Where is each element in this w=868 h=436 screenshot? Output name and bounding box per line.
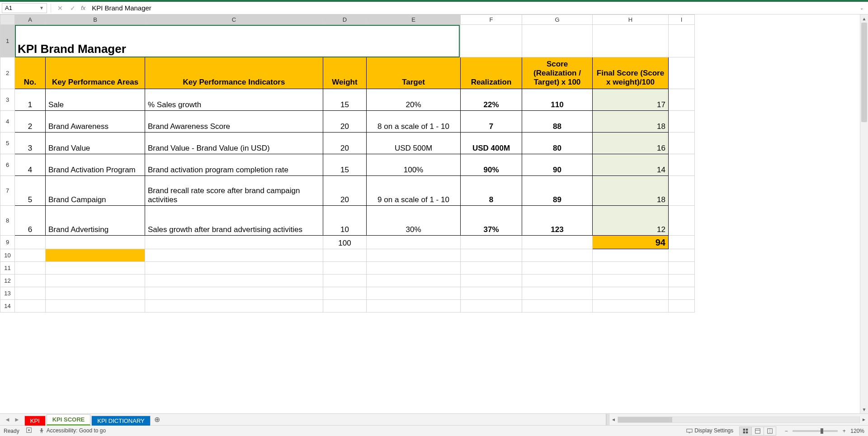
cell-final[interactable]: 14	[593, 154, 669, 176]
cell-G1[interactable]	[522, 25, 593, 57]
accessibility-status[interactable]: Accessibility: Good to go	[38, 427, 106, 434]
cell-target[interactable]: USD 500M	[367, 133, 461, 154]
cell-F14[interactable]	[461, 300, 522, 313]
cell-I10[interactable]	[669, 249, 695, 262]
scroll-track[interactable]	[860, 23, 868, 405]
hscroll-thumb[interactable]	[618, 417, 672, 422]
row-header-2[interactable]: 2	[0, 57, 15, 89]
row-header-12[interactable]: 12	[0, 275, 15, 287]
cell-score[interactable]: 123	[522, 206, 593, 236]
row-header-3[interactable]: 3	[0, 89, 15, 111]
cell-kpi[interactable]: Brand Awareness Score	[145, 111, 323, 133]
cell-A11[interactable]	[15, 262, 46, 275]
zoom-in-button[interactable]: +	[840, 428, 848, 434]
col-header-G[interactable]: G	[522, 15, 593, 25]
row-header-9[interactable]: 9	[0, 236, 15, 249]
cell-realization[interactable]: 37%	[461, 206, 522, 236]
cell-no[interactable]: 4	[15, 154, 46, 176]
cell-weight[interactable]: 20	[323, 111, 367, 133]
cell-H13[interactable]	[593, 287, 669, 300]
cell-D10[interactable]	[323, 249, 367, 262]
cell-H14[interactable]	[593, 300, 669, 313]
cell-C12[interactable]	[145, 275, 323, 287]
cell-I2[interactable]	[669, 57, 695, 89]
page-break-view-button[interactable]	[764, 427, 776, 436]
fx-icon[interactable]: fx	[81, 5, 85, 11]
hscroll-left-button[interactable]: ◄	[609, 416, 618, 424]
header-realization[interactable]: Realization	[461, 57, 522, 89]
cell-I11[interactable]	[669, 262, 695, 275]
scroll-up-button[interactable]: ▲	[860, 14, 868, 23]
cell-B12[interactable]	[46, 275, 145, 287]
cell-kpi[interactable]: % Sales growth	[145, 89, 323, 111]
cell-I13[interactable]	[669, 287, 695, 300]
cell-kpa[interactable]: Brand Advertising	[46, 206, 145, 236]
select-all-corner[interactable]	[0, 15, 15, 25]
cell-score[interactable]: 89	[522, 176, 593, 206]
cell-score[interactable]: 80	[522, 133, 593, 154]
cell-D14[interactable]	[323, 300, 367, 313]
col-header-A[interactable]: A	[15, 15, 46, 25]
cell-E12[interactable]	[367, 275, 461, 287]
cell-I14[interactable]	[669, 300, 695, 313]
row-header-7[interactable]: 7	[0, 176, 15, 206]
cell-realization[interactable]: USD 400M	[461, 133, 522, 154]
zoom-slider-knob[interactable]	[821, 428, 823, 434]
cell-F13[interactable]	[461, 287, 522, 300]
row-header-4[interactable]: 4	[0, 111, 15, 133]
page-layout-view-button[interactable]	[751, 427, 764, 436]
cell-C9[interactable]	[145, 236, 323, 249]
cell-G13[interactable]	[522, 287, 593, 300]
cell-I3[interactable]	[669, 89, 695, 111]
title-cell[interactable]: KPI Brand Manager	[15, 25, 461, 57]
header-kpa[interactable]: Key Performance Areas	[46, 57, 145, 89]
new-sheet-button[interactable]: ⊕	[151, 414, 163, 425]
chevron-down-icon[interactable]: ▼	[39, 5, 44, 10]
cell-kpi[interactable]: Sales growth after brand advertising act…	[145, 206, 323, 236]
cell-final[interactable]: 18	[593, 176, 669, 206]
cell-D13[interactable]	[323, 287, 367, 300]
cell-no[interactable]: 5	[15, 176, 46, 206]
row-header-8[interactable]: 8	[0, 206, 15, 236]
cell-weight[interactable]: 15	[323, 154, 367, 176]
cell-E14[interactable]	[367, 300, 461, 313]
zoom-level[interactable]: 120%	[850, 428, 864, 434]
cell-G10[interactable]	[522, 249, 593, 262]
row-header-14[interactable]: 14	[0, 300, 15, 313]
cell-I1[interactable]	[669, 25, 695, 57]
col-header-D[interactable]: D	[323, 15, 367, 25]
normal-view-button[interactable]	[739, 427, 752, 436]
cell-D11[interactable]	[323, 262, 367, 275]
col-header-H[interactable]: H	[593, 15, 669, 25]
cell-C10[interactable]	[145, 249, 323, 262]
cell-final-total[interactable]: 94	[593, 236, 669, 249]
cell-B13[interactable]	[46, 287, 145, 300]
cell-realization[interactable]: 7	[461, 111, 522, 133]
cell-E10[interactable]	[367, 249, 461, 262]
cell-weight[interactable]: 10	[323, 206, 367, 236]
header-no[interactable]: No.	[15, 57, 46, 89]
cell-no[interactable]: 1	[15, 89, 46, 111]
tab-prev-icon[interactable]: ◄	[5, 416, 10, 423]
cell-score[interactable]: 90	[522, 154, 593, 176]
cell-target[interactable]: 20%	[367, 89, 461, 111]
cell-final[interactable]: 16	[593, 133, 669, 154]
cell-D12[interactable]	[323, 275, 367, 287]
cell-weight[interactable]: 15	[323, 89, 367, 111]
cell-target[interactable]: 100%	[367, 154, 461, 176]
cell-realization[interactable]: 8	[461, 176, 522, 206]
cell-C14[interactable]	[145, 300, 323, 313]
cell-A14[interactable]	[15, 300, 46, 313]
cell-realization[interactable]: 22%	[461, 89, 522, 111]
cell-final[interactable]: 12	[593, 206, 669, 236]
row-header-10[interactable]: 10	[0, 249, 15, 262]
cell-A10[interactable]	[15, 249, 46, 262]
cell-kpi[interactable]: Brand recall rate score after brand camp…	[145, 176, 323, 206]
cell-weight-total[interactable]: 100	[323, 236, 367, 249]
display-settings-button[interactable]: Display Settings	[686, 427, 733, 434]
row-header-5[interactable]: 5	[0, 133, 15, 154]
hscroll-right-button[interactable]: ►	[860, 416, 868, 424]
cell-final[interactable]: 17	[593, 89, 669, 111]
row-header-13[interactable]: 13	[0, 287, 15, 300]
row-header-11[interactable]: 11	[0, 262, 15, 275]
